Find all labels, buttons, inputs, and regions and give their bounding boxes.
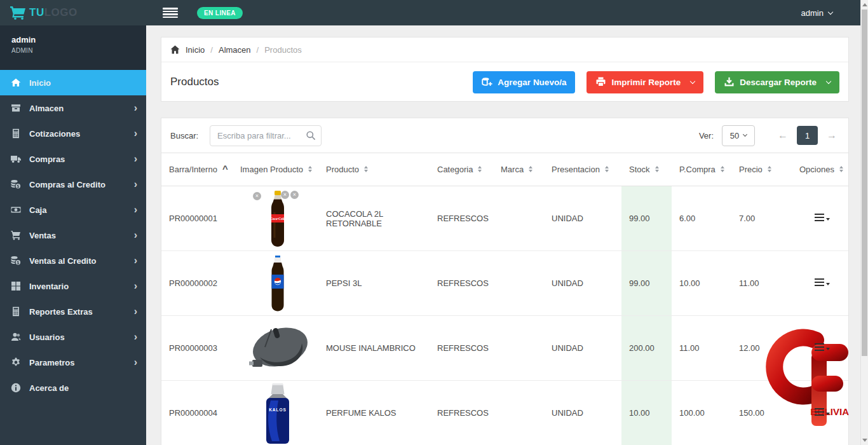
search-icon [306, 130, 316, 140]
sidebar-item-compras[interactable]: Compras › [0, 146, 146, 172]
image-remove-badge[interactable]: × [290, 191, 299, 199]
cell-brand [493, 381, 544, 445]
options-menu-button[interactable] [815, 408, 830, 416]
sort-icon: ^ [222, 166, 228, 172]
sidebar-toggle-button[interactable] [163, 8, 178, 18]
download-report-label: Descargar Reporte [740, 78, 817, 87]
sidebar-item-label: Compras [29, 154, 134, 164]
printer-icon [595, 77, 606, 87]
sidebar-item-label: Inventario [29, 282, 134, 291]
sidebar-item-inventario[interactable]: Inventario › [0, 273, 146, 299]
print-report-button[interactable]: Imprimir Reporte [587, 71, 703, 93]
cell-image: KALOS [233, 381, 318, 445]
add-new-label: Agregar Nuevo/a [498, 78, 566, 87]
sidebar-item-label: Compras al Credito [29, 180, 134, 189]
sidebar-item-almacen[interactable]: Almacen › [0, 95, 146, 121]
sidebar-item-label: Reportes Extras [29, 307, 134, 317]
breadcrumb-separator: / [210, 45, 213, 55]
scroll-down-arrow[interactable] [862, 439, 867, 442]
column-header-precio[interactable]: Precio [731, 153, 792, 186]
user-menu[interactable]: admin [801, 8, 832, 18]
sidebar-item-cotizaciones[interactable]: Cotizaciones › [0, 121, 146, 146]
cell-product: COCACOLA 2L RETORNABLE [318, 186, 430, 251]
options-menu-button[interactable] [815, 278, 830, 286]
chevron-right-icon: › [134, 128, 137, 139]
per-page-select[interactable]: 50 [722, 125, 755, 146]
cell-image [233, 251, 318, 316]
cell-stock: 99.00 [621, 186, 672, 251]
options-menu-button[interactable] [815, 214, 830, 221]
perfume-kalos-image: KALOS [263, 383, 292, 444]
sidebar-item-label: Acerca de [29, 383, 134, 393]
cell-options [792, 251, 848, 316]
user-menu-label: admin [801, 8, 824, 18]
search-input[interactable] [210, 125, 322, 146]
cell-price: 12.00 [731, 316, 792, 381]
breadcrumb-almacen[interactable]: Almacen [219, 45, 251, 55]
sidebar-item-ventas-al-credito[interactable]: Ventas al Credito › [0, 248, 146, 273]
chevron-down-icon [690, 78, 695, 83]
column-header-presentacion[interactable]: Presentacion [544, 153, 621, 186]
cell-category: REFRESCOS [430, 381, 493, 445]
vertical-scrollbar[interactable] [860, 0, 868, 445]
cell-brand [493, 186, 544, 251]
breadcrumb-inicio[interactable]: Inicio [186, 45, 205, 55]
add-new-button[interactable]: Agregar Nuevo/a [473, 71, 575, 93]
print-report-label: Imprimir Reporte [611, 78, 681, 87]
topbar: TU LOGO EN LINEA admin [0, 0, 860, 25]
column-header-barra-interno[interactable]: Barra/Interno^ [161, 153, 233, 186]
column-header-opciones[interactable]: Opciones [792, 153, 848, 186]
sidebar-item-usuarios[interactable]: Usuarios › [0, 324, 146, 350]
logo-text-secondary: LOGO [44, 6, 78, 19]
cell-options [792, 316, 848, 381]
chevron-right-icon: › [134, 357, 137, 367]
caret-down-icon [826, 348, 830, 350]
pagination-tools: Ver: 50 ← 1 → [699, 125, 839, 146]
cell-purchase-price: 100.00 [672, 381, 731, 445]
sidebar-item-label: Ventas [29, 231, 134, 240]
page-title: Productos [170, 76, 219, 88]
prev-page-arrow[interactable]: ← [775, 130, 790, 141]
sidebar-item-inicio[interactable]: Inicio › [0, 70, 146, 95]
column-header-stock[interactable]: Stock [621, 153, 672, 186]
column-header-p-compra[interactable]: P.Compra [672, 153, 731, 186]
chevron-right-icon: › [134, 205, 137, 215]
image-remove-badge[interactable]: × [253, 192, 261, 200]
options-menu-button[interactable] [815, 343, 830, 351]
column-header-producto[interactable]: Producto [318, 153, 430, 186]
cell-price: 150.00 [731, 381, 792, 445]
sidebar-item-acerca-de[interactable]: Acerca de › [0, 375, 146, 400]
truck-icon [11, 154, 21, 164]
sidebar-item-label: Caja [29, 205, 134, 215]
next-page-arrow[interactable]: → [824, 130, 839, 141]
cell-barcode: PR00000001 [161, 186, 233, 251]
sidebar-item-ventas[interactable]: Ventas › [0, 222, 146, 248]
cell-presentation: UNIDAD [544, 381, 621, 445]
chevron-right-icon: › [134, 256, 137, 266]
cell-stock: 200.00 [621, 316, 672, 381]
column-header-categoria[interactable]: Categoria [430, 153, 493, 186]
coins-icon [11, 179, 21, 189]
scrollbar-thumb[interactable] [862, 10, 867, 356]
products-table: Barra/Interno^ Imagen Producto Producto … [161, 153, 848, 445]
sidebar-menu: Inicio › Almacen › Cotizaciones › Compra… [0, 70, 146, 400]
sidebar-item-parametros[interactable]: Parametros › [0, 350, 146, 375]
cell-stock: 99.00 [621, 251, 672, 316]
cell-category: REFRESCOS [430, 251, 493, 316]
column-header-imagen-producto[interactable]: Imagen Producto [233, 153, 318, 186]
sidebar-item-reportes-extras[interactable]: Reportes Extras › [0, 299, 146, 324]
sort-icon [605, 166, 609, 172]
cell-product: PEPSI 3L [318, 251, 430, 316]
sidebar-user-panel: admin ADMIN [0, 25, 146, 70]
column-header-marca[interactable]: Marca [493, 153, 544, 186]
gear-icon [11, 357, 21, 367]
download-report-button[interactable]: Descargar Reporte [715, 71, 839, 93]
online-status-badge: EN LINEA [197, 7, 243, 19]
home-icon [170, 45, 180, 54]
sidebar-item-caja[interactable]: Caja › [0, 197, 146, 222]
scroll-up-arrow[interactable] [862, 3, 867, 6]
app-logo[interactable]: TU LOGO [0, 0, 146, 25]
image-remove-badge[interactable]: × [281, 191, 289, 199]
current-page-badge[interactable]: 1 [797, 126, 818, 145]
sidebar-item-compras-al-credito[interactable]: Compras al Credito › [0, 172, 146, 197]
